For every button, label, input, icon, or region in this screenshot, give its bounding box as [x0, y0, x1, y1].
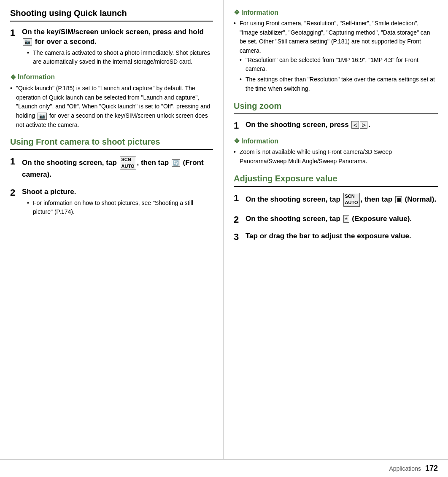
camera-key-icon: 📷 [23, 38, 32, 46]
step-content-e-2: On the shooting screen, tap ± (Exposure … [246, 214, 438, 226]
step-number-e-2: 2 [234, 214, 246, 225]
footer-label: Applications [389, 465, 421, 472]
key-icon-inline: 📷 [38, 113, 47, 120]
diamond-icon-zoom: ❖ [234, 137, 240, 145]
step-1-zoom: 1 On the shooting screen, press ◁ ▷ . [234, 120, 438, 132]
scn-icon-exp: SCNAUTO [343, 193, 360, 207]
info-header-label-right-1: Information [241, 9, 278, 16]
step-1-quick-launch: 1 On the key/SIM/screen unlock screen, p… [10, 27, 213, 67]
right-column: ❖ Information For using Front camera, "R… [224, 0, 448, 459]
section-divider-zoom [234, 113, 438, 114]
info-sub-list-1: "Resolution" can be selected from "1MP 1… [240, 56, 438, 94]
info-bullet-zoom-1: Zoom is not available while using Front … [234, 148, 438, 166]
step-content-z-1: On the shooting screen, press ◁ ▷ . [246, 120, 438, 132]
step-bullets-fc-2: For information on how to shoot pictures… [27, 199, 213, 216]
zoom-arrows-icon: ◁ ▷ [351, 121, 367, 129]
info-bullet-right-1: For using Front camera, "Resolution", "S… [234, 19, 438, 94]
info-zoom: ❖ Information Zoom is not available whil… [234, 137, 438, 166]
step-content-fc-2: Shoot a picture. For information on how … [22, 187, 213, 218]
info-bullet-1: "Quick launch" (P.185) is set to "Launch… [10, 84, 213, 129]
step-title-fc-1: On the shooting screen, tap SCNAUTO, the… [22, 156, 213, 180]
page-footer: Applications 172 [0, 459, 448, 477]
footer-page-number: 172 [425, 464, 438, 473]
section-divider-2 [10, 149, 213, 150]
step-2-exposure: 2 On the shooting screen, tap ± (Exposur… [234, 214, 438, 226]
section-quick-launch: Shooting using Quick launch 1 On the key… [10, 8, 213, 129]
info-front-camera-right: ❖ Information For using Front camera, "R… [234, 8, 438, 94]
step-content-e-1: On the shooting screen, tap SCNAUTO, the… [246, 193, 438, 208]
section-divider [10, 21, 213, 22]
section-title-exposure: Adjusting Exposure value [234, 174, 438, 183]
info-sub-bullet-2: The settings other than "Resolution" tak… [240, 75, 438, 93]
step-1-front-camera: 1 On the shooting screen, tap SCNAUTO, t… [10, 156, 213, 181]
left-column: Shooting using Quick launch 1 On the key… [0, 0, 224, 459]
step-3-exposure: 3 Tap or drag the bar to adjust the expo… [234, 232, 438, 243]
step-number-fc-2: 2 [10, 187, 22, 198]
step-bullet-fc-2-1: For information on how to shoot pictures… [27, 199, 213, 216]
exposure-value-icon: ± [343, 215, 349, 222]
step-number-z-1: 1 [234, 120, 246, 131]
step-title-fc-2: Shoot a picture. [22, 187, 213, 197]
info-body-zoom: Zoom is not available while using Front … [234, 148, 438, 166]
normal-mode-icon: ▦ [395, 196, 402, 203]
step-number-1: 1 [10, 27, 22, 38]
info-body-right-1: For using Front camera, "Resolution", "S… [234, 19, 438, 94]
info-quick-launch: ❖ Information "Quick launch" (P.185) is … [10, 73, 213, 129]
info-header-label-zoom: Information [241, 137, 278, 145]
diamond-icon-right-1: ❖ [234, 8, 240, 16]
step-title-z-1: On the shooting screen, press ◁ ▷ . [246, 120, 438, 130]
scn-icon-1: SCNAUTO [120, 156, 136, 170]
diamond-icon-1: ❖ [10, 73, 16, 81]
step-title-1: On the key/SIM/screen unlock screen, pre… [22, 27, 213, 47]
info-header-label-1: Information [18, 73, 55, 81]
section-using-zoom: Using zoom 1 On the shooting screen, pre… [234, 101, 438, 166]
step-title-e-1: On the shooting screen, tap SCNAUTO, the… [246, 193, 438, 207]
section-title-zoom: Using zoom [234, 101, 438, 111]
info-header-zoom: ❖ Information [234, 137, 438, 145]
step-content-1: On the key/SIM/screen unlock screen, pre… [22, 27, 213, 67]
section-exposure: Adjusting Exposure value 1 On the shooti… [234, 174, 438, 243]
section-title-front-camera: Using Front camera to shoot pictures [10, 137, 213, 147]
info-header-right-1: ❖ Information [234, 8, 438, 16]
step-number-e-3: 3 [234, 232, 246, 243]
zoom-left-arrow: ◁ [351, 121, 359, 129]
info-sub-bullet-1: "Resolution" can be selected from "1MP 1… [240, 56, 438, 74]
info-body-1: "Quick launch" (P.185) is set to "Launch… [10, 84, 213, 129]
section-divider-exposure [234, 186, 438, 187]
step-title-e-3: Tap or drag the bar to adjust the exposu… [246, 232, 438, 241]
step-number-e-1: 1 [234, 193, 246, 204]
step-content-e-3: Tap or drag the bar to adjust the exposu… [246, 232, 438, 243]
step-bullet-1-1: The camera is activated to shoot a photo… [27, 49, 213, 66]
front-camera-icon: 🔄 [172, 159, 180, 167]
step-1-exposure: 1 On the shooting screen, tap SCNAUTO, t… [234, 193, 438, 208]
step-number-fc-1: 1 [10, 156, 22, 167]
step-bullets-1: The camera is activated to shoot a photo… [27, 49, 213, 66]
zoom-right-arrow: ▷ [360, 121, 367, 129]
step-2-front-camera: 2 Shoot a picture. For information on ho… [10, 187, 213, 218]
section-title-quick-launch: Shooting using Quick launch [10, 8, 213, 18]
step-content-fc-1: On the shooting screen, tap SCNAUTO, the… [22, 156, 213, 181]
step-title-e-2: On the shooting screen, tap ± (Exposure … [246, 214, 438, 224]
section-front-camera: Using Front camera to shoot pictures 1 O… [10, 137, 213, 218]
info-header-1: ❖ Information [10, 73, 213, 81]
